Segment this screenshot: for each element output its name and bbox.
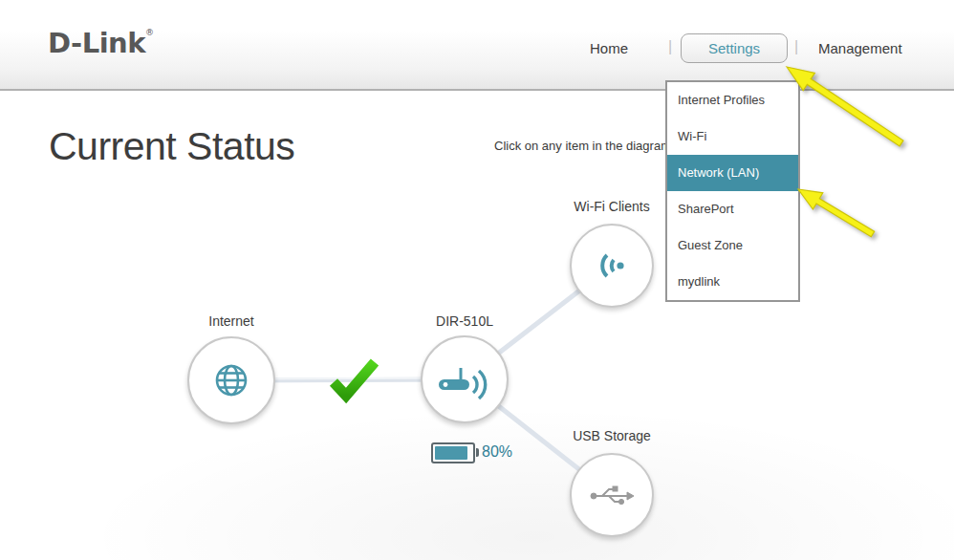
menu-item-shareport[interactable]: SharePort xyxy=(667,191,798,227)
menu-item-internet-profiles[interactable]: Internet Profiles xyxy=(667,82,798,118)
node-label-router: DIR-510L xyxy=(407,313,522,329)
wifi-icon xyxy=(592,246,632,286)
menu-item-mydlink[interactable]: mydlink xyxy=(667,264,798,300)
diagram-node-internet[interactable] xyxy=(187,336,275,424)
diagram-node-wifi-clients[interactable] xyxy=(570,224,654,308)
diagram-connectors xyxy=(0,0,954,560)
connected-check-icon xyxy=(327,355,380,405)
menu-item-guest-zone[interactable]: Guest Zone xyxy=(667,227,798,264)
battery-icon xyxy=(431,442,475,463)
menu-item-network-lan[interactable]: Network (LAN) xyxy=(667,155,798,191)
menu-item-wifi[interactable]: Wi-Fi xyxy=(667,118,798,155)
globe-icon xyxy=(208,357,254,403)
node-label-usb-storage: USB Storage xyxy=(554,428,669,443)
battery-nub xyxy=(476,448,479,457)
diagram-node-router[interactable] xyxy=(421,335,509,423)
usb-icon xyxy=(588,481,636,509)
router-icon xyxy=(437,358,492,400)
diagram-node-usb-storage[interactable] xyxy=(570,453,654,537)
battery-fill xyxy=(435,446,467,460)
settings-dropdown-menu: Internet Profiles Wi-Fi Network (LAN) Sh… xyxy=(665,80,800,302)
node-label-wifi-clients: Wi-Fi Clients xyxy=(554,199,669,214)
battery-percent: 80% xyxy=(482,443,512,461)
node-label-internet: Internet xyxy=(174,313,289,329)
app-window: D-Link® Home | Settings | Management Cur… xyxy=(0,0,954,560)
